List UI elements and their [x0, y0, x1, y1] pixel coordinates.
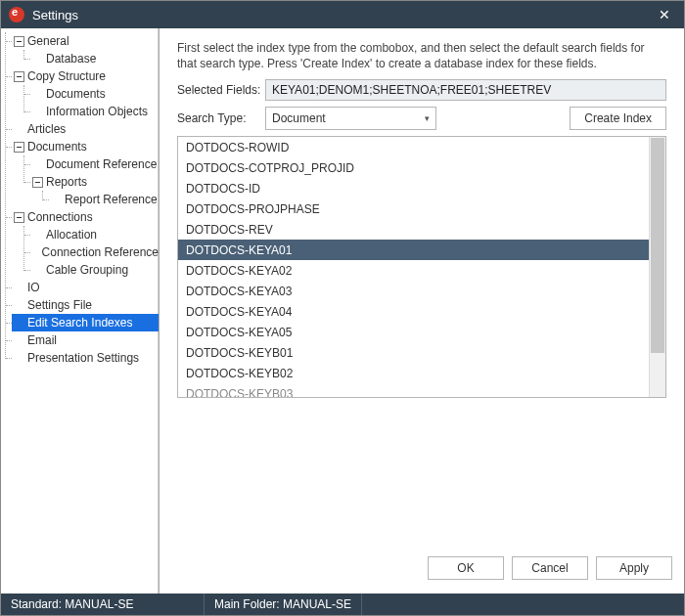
- title-bar: Settings ✕: [1, 1, 684, 28]
- tree-node-document-ref[interactable]: Document Reference: [30, 155, 159, 173]
- collapse-icon[interactable]: [14, 71, 24, 82]
- list-item[interactable]: DOTDOCS-KEYA05: [178, 322, 665, 342]
- app-icon: [9, 7, 24, 22]
- list-item[interactable]: DOTDOCS-KEYA01: [178, 240, 665, 260]
- tree-node-cable-grouping[interactable]: Cable Grouping: [30, 261, 159, 279]
- cancel-button[interactable]: Cancel: [512, 556, 588, 580]
- apply-button[interactable]: Apply: [596, 556, 672, 580]
- tree-node-email[interactable]: Email: [12, 331, 159, 349]
- tree-node-edit-search-indexes[interactable]: Edit Search Indexes: [12, 314, 159, 331]
- create-index-button[interactable]: Create Index: [570, 107, 666, 130]
- tree-node-copy-structure[interactable]: Copy Structure: [12, 67, 159, 85]
- list-item[interactable]: DOTDOCS-KEYA03: [178, 281, 665, 301]
- scrollbar[interactable]: [649, 137, 665, 397]
- list-item[interactable]: DOTDOCS-PROJPHASE: [178, 198, 665, 219]
- search-type-combo[interactable]: Document ▾: [265, 107, 436, 130]
- tree-node-settings-file[interactable]: Settings File: [12, 296, 159, 314]
- chevron-down-icon: ▾: [425, 113, 430, 123]
- status-main-folder: Main Folder: MANUAL-SE: [205, 594, 362, 615]
- list-item[interactable]: DOTDOCS-KEYB01: [178, 342, 665, 363]
- selected-fields-label: Selected Fields:: [177, 83, 265, 97]
- status-bar: Standard: MANUAL-SE Main Folder: MANUAL-…: [1, 594, 684, 615]
- close-button[interactable]: ✕: [653, 7, 676, 22]
- scrollbar-thumb[interactable]: [651, 138, 664, 353]
- list-item[interactable]: DOTDOCS-ID: [178, 178, 665, 198]
- tree-node-cs-documents[interactable]: Documents: [30, 85, 159, 103]
- collapse-icon[interactable]: [14, 142, 24, 153]
- tree-node-info-objects[interactable]: Information Objects: [30, 103, 159, 120]
- list-item[interactable]: DOTDOCS-KEYA02: [178, 260, 665, 281]
- search-type-label: Search Type:: [177, 111, 265, 125]
- tree-node-articles[interactable]: Articles: [12, 120, 159, 138]
- list-item[interactable]: DOTDOCS-KEYA04: [178, 301, 665, 322]
- tree-node-reports[interactable]: Reports: [30, 173, 159, 191]
- status-standard: Standard: MANUAL-SE: [1, 594, 205, 615]
- list-item[interactable]: DOTDOCS-REV: [178, 219, 665, 240]
- tree-node-connections[interactable]: Connections: [12, 208, 159, 226]
- tree-node-allocation[interactable]: Allocation: [30, 226, 159, 243]
- collapse-icon[interactable]: [14, 36, 24, 47]
- panel-hint: First select the index type from the com…: [177, 40, 666, 71]
- dialog-button-bar: OK Cancel Apply: [160, 550, 684, 594]
- selected-fields-value: KEYA01;DENOM1;SHEETNOA;FREE01;SHEETREV: [265, 79, 666, 101]
- collapse-icon[interactable]: [14, 212, 24, 223]
- tree-node-connection-ref[interactable]: Connection Reference: [30, 243, 159, 261]
- list-item[interactable]: DOTDOCS-KEYB03: [178, 383, 665, 398]
- collapse-icon[interactable]: [32, 177, 43, 188]
- tree-node-general[interactable]: General: [12, 32, 159, 50]
- fields-listbox[interactable]: DOTDOCS-ROWIDDOTDOCS-COTPROJ_PROJIDDOTDO…: [177, 136, 666, 398]
- tree-node-io[interactable]: IO: [12, 279, 159, 296]
- list-item[interactable]: DOTDOCS-ROWID: [178, 137, 665, 157]
- tree-node-presentation-settings[interactable]: Presentation Settings: [12, 349, 159, 367]
- settings-tree[interactable]: General Database Copy Structure Document…: [1, 28, 160, 594]
- tree-node-database[interactable]: Database: [30, 50, 159, 67]
- tree-node-documents[interactable]: Documents: [12, 138, 159, 155]
- list-item[interactable]: DOTDOCS-COTPROJ_PROJID: [178, 157, 665, 178]
- tree-node-report-ref[interactable]: Report Reference: [49, 191, 159, 208]
- window-title: Settings: [32, 8, 653, 22]
- list-item[interactable]: DOTDOCS-KEYB02: [178, 363, 665, 383]
- search-type-value: Document: [272, 111, 326, 125]
- ok-button[interactable]: OK: [428, 556, 504, 580]
